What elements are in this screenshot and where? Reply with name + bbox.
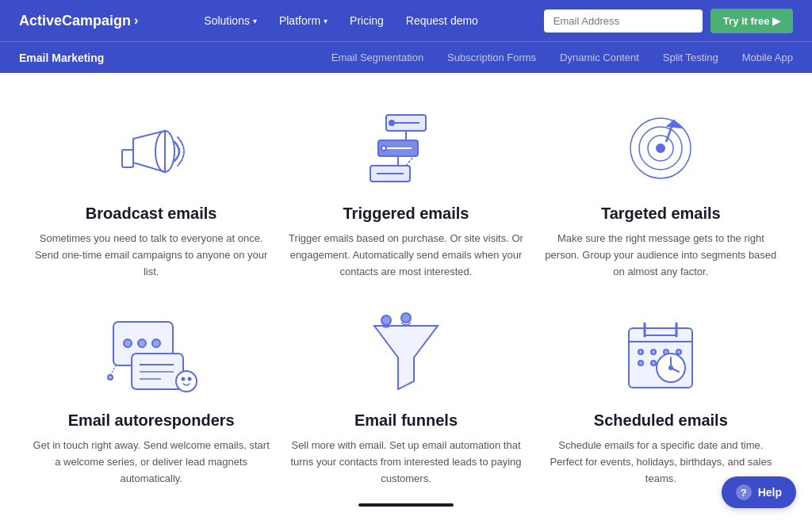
svg-point-16 — [657, 144, 665, 152]
nav-right: Try it free ▶ — [544, 9, 793, 33]
svg-point-20 — [124, 339, 132, 347]
features-grid: Broadcast emails Sometimes you need to t… — [32, 105, 780, 488]
help-label: Help — [758, 486, 782, 499]
svg-point-40 — [651, 350, 656, 354]
feature-targeted: Targeted emails Make sure the right mess… — [542, 105, 780, 280]
svg-point-21 — [138, 339, 146, 347]
svg-point-29 — [188, 377, 190, 380]
svg-point-22 — [152, 339, 160, 347]
feature-funnels-title: Email funnels — [354, 411, 458, 430]
main-content: Broadcast emails Sometimes you need to t… — [0, 73, 812, 524]
svg-point-32 — [381, 316, 391, 325]
chat-icon — [104, 312, 199, 399]
try-free-button[interactable]: Try it free ▶ — [710, 9, 793, 33]
funnel-icon — [358, 312, 454, 399]
svg-point-5 — [389, 120, 394, 125]
feature-autoresponders: Email autoresponders Get in touch right … — [32, 312, 270, 487]
feature-broadcast: Broadcast emails Sometimes you need to t… — [32, 105, 270, 280]
subnav-dynamic-content[interactable]: Dynamic Content — [560, 52, 639, 63]
nav-pricing[interactable]: Pricing — [350, 14, 384, 27]
subnav-mobile-app[interactable]: Mobile App — [742, 52, 793, 63]
feature-triggered-desc: Trigger emails based on purchase. Or sit… — [286, 231, 525, 280]
feature-funnels: Email funnels Sell more with email. Set … — [286, 312, 525, 487]
feature-autoresponders-desc: Get in touch right away. Send welcome em… — [32, 438, 270, 487]
svg-point-27 — [176, 371, 197, 392]
subnav-email-segmentation[interactable]: Email Segmentation — [331, 52, 423, 63]
svg-point-31 — [108, 375, 113, 380]
email-input[interactable] — [544, 10, 703, 33]
top-navigation: ActiveCampaign › Solutions ▾ Platform ▾ … — [0, 0, 812, 41]
sub-navigation: Email Marketing Email Segmentation Subsc… — [0, 41, 812, 73]
nav-platform[interactable]: Platform ▾ — [279, 14, 327, 27]
subnav-subscription-forms[interactable]: Subscription Forms — [447, 52, 536, 63]
feature-funnels-desc: Sell more with email. Set up email autom… — [286, 438, 525, 487]
svg-point-42 — [676, 350, 681, 354]
logo-text: ActiveCampaign — [19, 13, 131, 29]
chevron-down-icon: ▾ — [324, 17, 327, 25]
help-button[interactable]: ? Help — [722, 476, 796, 508]
help-icon: ? — [736, 484, 752, 500]
feature-triggered: Triggered emails Trigger emails based on… — [286, 105, 525, 280]
nav-request-demo[interactable]: Request demo — [406, 14, 478, 27]
feature-scheduled-title: Scheduled emails — [594, 411, 728, 430]
nav-solutions[interactable]: Solutions ▾ — [204, 14, 257, 27]
svg-point-33 — [401, 313, 411, 323]
target-icon — [613, 105, 708, 192]
feature-broadcast-title: Broadcast emails — [86, 205, 217, 223]
feature-triggered-title: Triggered emails — [343, 205, 469, 223]
scroll-bar — [358, 503, 454, 507]
svg-line-30 — [110, 365, 116, 376]
sub-nav-title: Email Marketing — [19, 52, 104, 64]
workflow-icon — [358, 105, 454, 192]
feature-targeted-title: Targeted emails — [601, 205, 721, 223]
subnav-split-testing[interactable]: Split Testing — [663, 52, 718, 63]
feature-scheduled: Scheduled emails Schedule emails for a s… — [542, 312, 780, 487]
svg-point-28 — [182, 377, 184, 380]
svg-point-9 — [381, 146, 386, 151]
chevron-down-icon: ▾ — [253, 17, 257, 25]
feature-targeted-desc: Make sure the right message gets to the … — [542, 231, 780, 280]
svg-rect-0 — [122, 150, 133, 167]
svg-point-39 — [638, 350, 643, 354]
svg-marker-1 — [133, 131, 165, 172]
logo-arrow: › — [134, 13, 138, 28]
logo[interactable]: ActiveCampaign › — [19, 13, 138, 29]
sub-nav-links: Email Segmentation Subscription Forms Dy… — [331, 52, 793, 63]
nav-links: Solutions ▾ Platform ▾ Pricing Request d… — [204, 14, 478, 27]
svg-point-43 — [638, 361, 643, 365]
feature-autoresponders-title: Email autoresponders — [68, 411, 235, 430]
svg-point-44 — [651, 361, 656, 365]
megaphone-icon — [104, 105, 199, 192]
calendar-icon — [613, 312, 708, 399]
scroll-indicator — [32, 488, 780, 514]
feature-broadcast-desc: Sometimes you need to talk to everyone a… — [32, 231, 270, 280]
